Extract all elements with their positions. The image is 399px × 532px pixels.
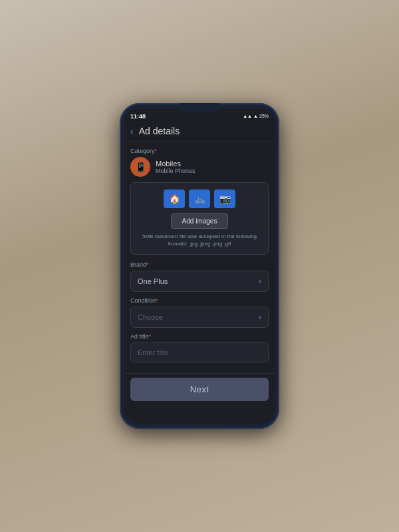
condition-label: Condition*: [130, 297, 269, 304]
battery-icon: 25%: [259, 114, 269, 118]
app-header: ‹ Ad details: [124, 122, 275, 142]
ad-title-field[interactable]: Enter title: [130, 342, 269, 362]
add-images-button[interactable]: Add images: [171, 213, 229, 229]
hand-background: 11:48 ▲▲ ▲ 25% ‹ Ad details Category*: [0, 0, 399, 532]
condition-field[interactable]: Choose ›: [130, 307, 269, 328]
image-icons-row: 🏠 🚲 📷: [164, 190, 235, 208]
status-time: 11:48: [130, 113, 146, 120]
next-button-container: Next: [124, 373, 275, 406]
category-name: Mobiles: [156, 160, 196, 168]
phone-screen: 11:48 ▲▲ ▲ 25% ‹ Ad details Category*: [124, 108, 275, 424]
ad-title-section: Ad title* Enter title: [130, 333, 269, 362]
condition-placeholder: Choose: [138, 313, 163, 321]
category-section: Category* 📱 Mobiles Mobile Phones: [130, 148, 269, 177]
next-button[interactable]: Next: [130, 378, 269, 401]
brand-field[interactable]: One Plus ›: [130, 271, 269, 292]
phone-device: 11:48 ▲▲ ▲ 25% ‹ Ad details Category*: [120, 103, 279, 429]
ad-title-label: Ad title*: [130, 333, 269, 340]
condition-section: Condition* Choose ›: [130, 297, 269, 328]
brand-chevron-icon: ›: [259, 277, 261, 286]
brand-label: Brand*: [130, 261, 269, 268]
brand-section: Brand* One Plus ›: [130, 261, 269, 292]
brand-value: One Plus: [138, 277, 168, 285]
signal-icon: ▲▲: [243, 114, 252, 118]
back-button[interactable]: ‹: [130, 126, 134, 136]
category-text: Mobiles Mobile Phones: [156, 160, 196, 174]
upload-hint: 5MB maximum file size accepted in the fo…: [138, 233, 261, 247]
category-sub: Mobile Phones: [156, 168, 196, 174]
ad-title-placeholder: Enter title: [138, 348, 168, 356]
category-row: 📱 Mobiles Mobile Phones: [130, 157, 269, 177]
phone-notch: [180, 103, 219, 112]
image-upload-section: 🏠 🚲 📷 Add images 5MB maximum file size a…: [130, 182, 269, 255]
category-icon: 📱: [130, 157, 150, 177]
page-title: Ad details: [139, 126, 180, 136]
content-area: Category* 📱 Mobiles Mobile Phones: [124, 142, 275, 373]
category-label: Category*: [130, 148, 269, 154]
condition-chevron-icon: ›: [259, 313, 261, 322]
status-icons: ▲▲ ▲ 25%: [243, 114, 269, 118]
image-icon-1: 🏠: [164, 190, 185, 208]
image-icon-2: 🚲: [189, 190, 210, 208]
image-icon-3: 📷: [214, 190, 235, 208]
wifi-icon: ▲: [253, 114, 258, 118]
